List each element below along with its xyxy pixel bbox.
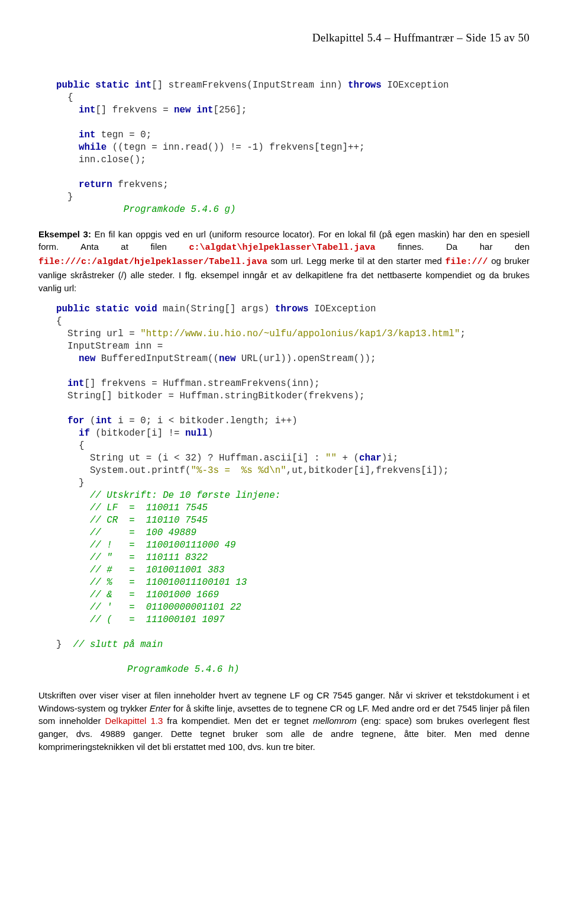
code-label-1: Programkode 5.4.6 g) <box>124 204 236 215</box>
paragraph-example-3: Eksempel 3: En fil kan oppgis ved en url… <box>38 228 530 295</box>
chapter-label: Delkapittel 5.4 <box>312 31 382 44</box>
code-block-2: public static void main(String[] args) t… <box>56 303 530 651</box>
code-block-1: public static int[] streamFrekvens(Input… <box>56 79 530 216</box>
chapter-title: Huffmantrær <box>393 31 454 44</box>
page-number: Side 15 av 50 <box>466 31 530 44</box>
link-delkapittel[interactable]: Delkapittel 1.3 <box>105 716 163 726</box>
code-label-2: Programkode 5.4.6 h) <box>127 663 530 677</box>
paragraph-output: Utskriften over viser viser at filen inn… <box>38 689 530 754</box>
example-label: Eksempel 3: <box>38 229 94 239</box>
page-header: Delkapittel 5.4 – Huffmantrær – Side 15 … <box>38 30 530 47</box>
